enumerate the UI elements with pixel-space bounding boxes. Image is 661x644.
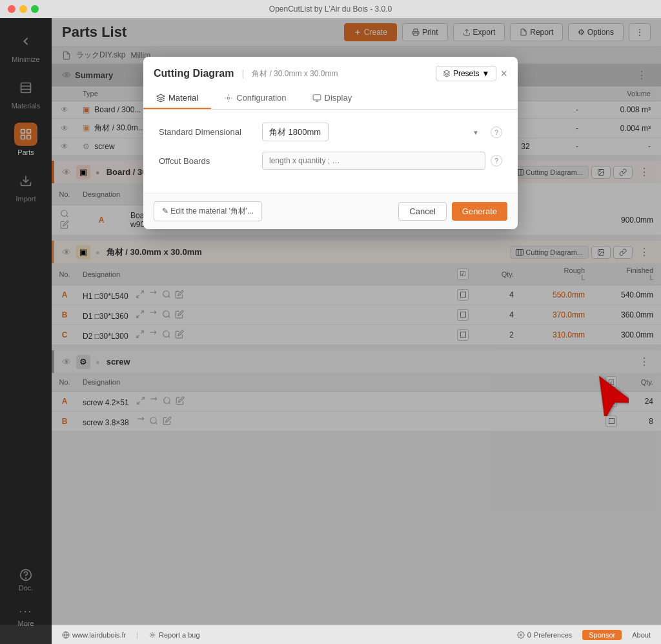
globe-icon <box>62 631 70 639</box>
app-title: OpenCutList by L'Air du Bois - 3.0.0 <box>269 5 392 14</box>
configuration-tab-icon <box>224 94 233 103</box>
modal-tab-material[interactable]: Material <box>143 88 211 109</box>
modal-tab-display[interactable]: Display <box>300 88 365 109</box>
material-tab-icon <box>156 94 165 103</box>
statusbar-right: 0 Preferences Sponsor About <box>517 630 651 640</box>
standard-dimensional-select-wrap: 角材 1800mm <box>262 123 485 141</box>
titlebar: OpenCutList by L'Air du Bois - 3.0.0 <box>0 0 661 18</box>
modal-presets-area: Presets ▼ × <box>436 66 507 81</box>
about-label: About <box>632 631 651 639</box>
standard-dimensional-label: Standard Dimensional <box>159 127 262 137</box>
modal-close-button[interactable]: × <box>500 67 507 81</box>
modal-subtitle: 角材 / 30.0mm x 30.0mm <box>252 68 338 79</box>
modal-footer-right: Cancel Generate <box>398 202 507 221</box>
modal-tab-configuration-label: Configuration <box>236 93 286 103</box>
standard-dimensional-control: 角材 1800mm ? <box>262 123 502 141</box>
offcut-boards-row: Offcut Boards ? <box>159 152 502 170</box>
modal-body: Standard Dimensional 角材 1800mm ? Offcut … <box>143 110 518 193</box>
svg-point-46 <box>152 634 154 636</box>
presets-chevron: ▼ <box>482 69 490 78</box>
red-arrow-icon <box>590 371 629 416</box>
website-label: www.lairdubois.fr <box>72 631 126 639</box>
edit-material-button[interactable]: ✎ Edit the material '角材'... <box>154 201 262 221</box>
display-tab-icon <box>312 94 321 103</box>
svg-marker-48 <box>443 70 450 74</box>
report-bug-link[interactable]: Report a bug <box>148 631 200 639</box>
svg-point-47 <box>520 634 522 636</box>
svg-point-49 <box>228 97 230 99</box>
preferences-count: 0 <box>527 631 531 639</box>
modal-tab-configuration[interactable]: Configuration <box>211 88 299 109</box>
cancel-button[interactable]: Cancel <box>398 202 446 221</box>
settings-icon <box>517 631 525 639</box>
presets-button[interactable]: Presets ▼ <box>436 66 497 81</box>
window-controls[interactable] <box>8 5 39 13</box>
maximize-button[interactable] <box>31 5 39 13</box>
report-bug-label: Report a bug <box>159 631 200 639</box>
modal-tab-material-label: Material <box>168 93 198 103</box>
offcut-boards-help-icon[interactable]: ? <box>491 155 502 166</box>
offcut-boards-input[interactable] <box>262 152 485 170</box>
preset-icon <box>443 70 451 77</box>
svg-rect-50 <box>313 94 321 99</box>
modal-header: Cutting Diagram | 角材 / 30.0mm x 30.0mm P… <box>143 57 518 81</box>
modal-footer-left: ✎ Edit the material '角材'... <box>154 201 262 221</box>
modal-title-sep: | <box>241 68 244 79</box>
about-link[interactable]: About <box>632 631 651 639</box>
modal-overlay: Cutting Diagram | 角材 / 30.0mm x 30.0mm P… <box>0 18 661 625</box>
statusbar-sep1: | <box>136 631 138 639</box>
bug-icon <box>148 631 156 639</box>
minimize-button[interactable] <box>19 5 27 13</box>
standard-dimensional-row: Standard Dimensional 角材 1800mm ? <box>159 123 502 141</box>
generate-button[interactable]: Generate <box>452 202 507 221</box>
cursor-arrow-indicator <box>590 371 629 418</box>
standard-dimensional-help-icon[interactable]: ? <box>491 126 502 138</box>
sponsor-button[interactable]: Sponsor <box>582 630 622 640</box>
edit-material-label: ✎ Edit the material '角材'... <box>162 206 254 217</box>
modal-title: Cutting Diagram <box>154 68 234 79</box>
modal-footer: ✎ Edit the material '角材'... Cancel Gener… <box>143 193 518 229</box>
cutting-diagram-modal: Cutting Diagram | 角材 / 30.0mm x 30.0mm P… <box>143 57 518 229</box>
presets-label: Presets <box>453 69 480 78</box>
modal-title-area: Cutting Diagram | 角材 / 30.0mm x 30.0mm <box>154 68 436 79</box>
modal-tab-display-label: Display <box>325 93 352 103</box>
preferences-link[interactable]: 0 Preferences <box>517 631 572 639</box>
preferences-label: Preferences <box>534 631 572 639</box>
offcut-boards-label: Offcut Boards <box>159 156 262 166</box>
modal-tabs: Material Configuration Display <box>143 88 518 110</box>
offcut-boards-control: ? <box>262 152 502 170</box>
statusbar: www.lairdubois.fr | Report a bug 0 Prefe… <box>52 625 661 644</box>
standard-dimensional-select[interactable]: 角材 1800mm <box>262 123 329 141</box>
svg-marker-53 <box>590 371 629 416</box>
website-link[interactable]: www.lairdubois.fr <box>62 631 126 639</box>
close-button[interactable] <box>8 5 15 13</box>
